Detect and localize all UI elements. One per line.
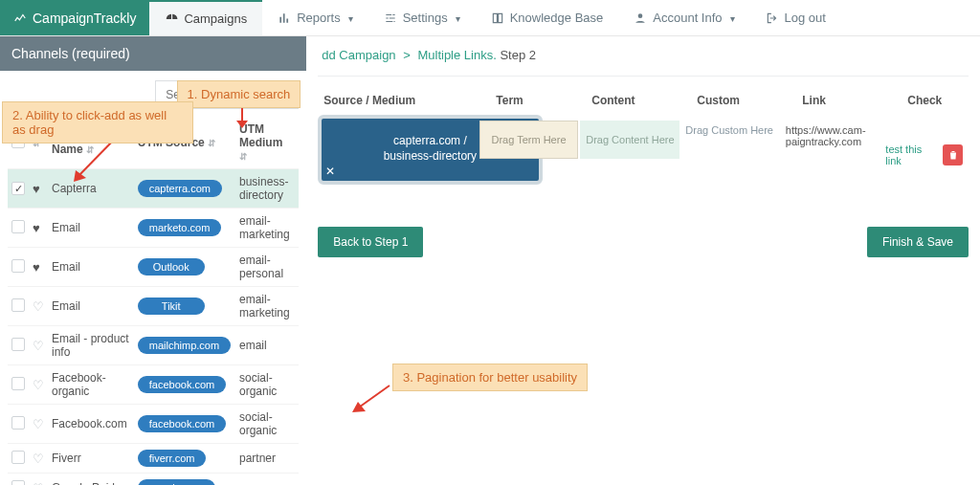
row-checkbox[interactable] bbox=[11, 298, 25, 312]
table-row[interactable]: ✓♥Capterracapterra.combusiness-directory bbox=[8, 169, 299, 209]
row-name: Google Paid bbox=[48, 474, 134, 486]
chart-icon bbox=[278, 11, 291, 25]
table-row[interactable]: ♡Google Paidgoogle.comppc bbox=[8, 474, 299, 486]
svg-point-0 bbox=[638, 13, 643, 18]
dashboard-icon bbox=[165, 12, 178, 26]
nav-kb-label: Knowledge Base bbox=[510, 11, 604, 25]
favorite-icon[interactable]: ♡ bbox=[33, 417, 44, 431]
source-pill[interactable]: Outlook bbox=[138, 258, 205, 276]
row-name: Email - product info bbox=[48, 326, 134, 365]
source-pill[interactable]: fiverr.com bbox=[138, 450, 207, 467]
nav-account-label: Account Info bbox=[653, 11, 722, 25]
sliders-icon bbox=[384, 11, 397, 25]
caret-icon bbox=[454, 11, 460, 25]
row-medium: email bbox=[235, 326, 299, 365]
nav-settings-label: Settings bbox=[403, 11, 448, 25]
channels-title: Channels (required) bbox=[0, 36, 306, 71]
brand-logo[interactable]: CampaignTrackly bbox=[0, 0, 149, 35]
nav-logout[interactable]: Log out bbox=[750, 0, 841, 35]
favorite-icon[interactable]: ♥ bbox=[33, 221, 40, 235]
row-medium: ppc bbox=[235, 474, 299, 486]
table-row[interactable]: ♡Facebook.comfacebook.comsocial-organic bbox=[8, 405, 299, 444]
row-checkbox[interactable] bbox=[11, 416, 25, 430]
channels-panel: Channels (required) 1. Dynamic search 2.… bbox=[0, 36, 306, 485]
annotation-arrow-3 bbox=[346, 381, 394, 419]
nav-account[interactable]: Account Info bbox=[618, 0, 749, 35]
source-pill[interactable]: facebook.com bbox=[138, 376, 226, 393]
favorite-icon[interactable]: ♡ bbox=[33, 481, 44, 486]
back-button[interactable]: Back to Step 1 bbox=[318, 227, 423, 257]
generated-link: https://www.cam-paigntracky.com bbox=[780, 115, 880, 185]
row-medium: social-organic bbox=[235, 365, 299, 405]
row-checkbox[interactable] bbox=[11, 377, 25, 390]
favorite-icon[interactable]: ♥ bbox=[33, 260, 40, 275]
favorite-icon[interactable]: ♥ bbox=[33, 182, 40, 196]
logout-icon bbox=[766, 11, 779, 25]
row-checkbox[interactable]: ✓ bbox=[11, 182, 25, 195]
row-name: Email bbox=[48, 287, 134, 326]
row-checkbox[interactable] bbox=[11, 451, 25, 464]
source-pill[interactable]: Tikit bbox=[138, 298, 205, 315]
nav-reports-label: Reports bbox=[297, 11, 341, 25]
favorite-icon[interactable]: ♡ bbox=[33, 378, 44, 392]
nav-campaigns[interactable]: Campaigns bbox=[149, 0, 262, 35]
top-navbar: CampaignTrackly Campaigns Reports Settin… bbox=[0, 0, 980, 36]
row-name: Facebook-organic bbox=[48, 365, 134, 405]
table-row[interactable]: ♡Email - product infomailchimp.comemail bbox=[8, 326, 299, 365]
finish-save-button[interactable]: Finish & Save bbox=[867, 227, 969, 257]
delete-row-button[interactable] bbox=[943, 144, 963, 165]
content-dropzone[interactable]: Drag Content Here bbox=[580, 121, 679, 159]
remove-pill-icon[interactable]: ✕ bbox=[325, 165, 335, 180]
caret-icon bbox=[728, 11, 735, 25]
table-row[interactable]: ♥Emailmarketo.comemail-marketing bbox=[8, 209, 299, 248]
favorite-icon[interactable]: ♡ bbox=[33, 339, 44, 353]
brand-text: CampaignTrackly bbox=[33, 11, 136, 26]
table-row[interactable]: ♡Fiverrfiverr.compartner bbox=[8, 444, 299, 474]
row-checkbox[interactable] bbox=[11, 220, 25, 233]
table-row[interactable]: ♡Facebook-organicfacebook.comsocial-orga… bbox=[8, 365, 299, 405]
row-medium: social-organic bbox=[235, 405, 299, 444]
trash-icon bbox=[947, 149, 959, 161]
breadcrumb-a[interactable]: dd Campaign bbox=[322, 48, 395, 62]
source-pill[interactable]: marketo.com bbox=[138, 219, 222, 236]
breadcrumb-b[interactable]: Multiple Links. bbox=[417, 48, 496, 62]
user-icon bbox=[634, 11, 647, 25]
custom-dropzone[interactable]: Drag Custom Here bbox=[679, 115, 780, 185]
links-panel: dd Campaign > Multiple Links. Step 2 Sou… bbox=[306, 36, 980, 269]
annotation-3: 3. Pagination for better usability bbox=[392, 364, 588, 391]
link-row: capterra.com / business-directory ✕ Drag… bbox=[318, 115, 969, 185]
row-name: Email bbox=[48, 209, 134, 248]
row-checkbox[interactable] bbox=[11, 480, 25, 486]
content-area: Channels (required) 1. Dynamic search 2.… bbox=[0, 36, 980, 485]
col-check: Check bbox=[902, 94, 969, 107]
nav-logout-label: Log out bbox=[785, 11, 826, 25]
source-pill[interactable]: capterra.com bbox=[138, 180, 222, 197]
nav-kb[interactable]: Knowledge Base bbox=[476, 0, 619, 35]
row-checkbox[interactable] bbox=[11, 259, 25, 273]
table-row[interactable]: ♡EmailTikitemail-marketing bbox=[8, 287, 299, 326]
nav-reports[interactable]: Reports bbox=[262, 0, 368, 35]
caret-icon bbox=[346, 11, 353, 25]
annotation-2: 2. Ability to click-add as well as drag bbox=[2, 101, 193, 143]
favorite-icon[interactable]: ♡ bbox=[33, 299, 44, 314]
row-medium: email-marketing bbox=[235, 287, 299, 326]
col-content: Content bbox=[586, 94, 691, 107]
annotation-1: 1. Dynamic search bbox=[177, 80, 301, 108]
pill-medium: business-directory bbox=[384, 149, 477, 163]
breadcrumb: dd Campaign > Multiple Links. Step 2 bbox=[318, 36, 969, 77]
source-pill[interactable]: facebook.com bbox=[138, 415, 226, 432]
row-name: Email bbox=[48, 248, 134, 287]
col-link: Link bbox=[796, 94, 902, 107]
source-pill[interactable]: mailchimp.com bbox=[138, 337, 231, 354]
test-link[interactable]: test this link bbox=[885, 143, 937, 166]
book-icon bbox=[491, 11, 504, 25]
row-checkbox[interactable] bbox=[11, 338, 25, 351]
links-header: Source / Medium Term Content Custom Link… bbox=[318, 94, 969, 115]
table-row[interactable]: ♥EmailOutlookemail-personal bbox=[8, 248, 299, 287]
nav-settings[interactable]: Settings bbox=[368, 0, 476, 35]
term-dropzone[interactable]: Drag Term Here bbox=[479, 121, 579, 159]
source-pill[interactable]: google.com bbox=[138, 479, 215, 485]
pill-source: capterra.com / bbox=[393, 134, 467, 147]
favorite-icon[interactable]: ♡ bbox=[33, 452, 44, 466]
row-medium: email-personal bbox=[235, 248, 299, 287]
